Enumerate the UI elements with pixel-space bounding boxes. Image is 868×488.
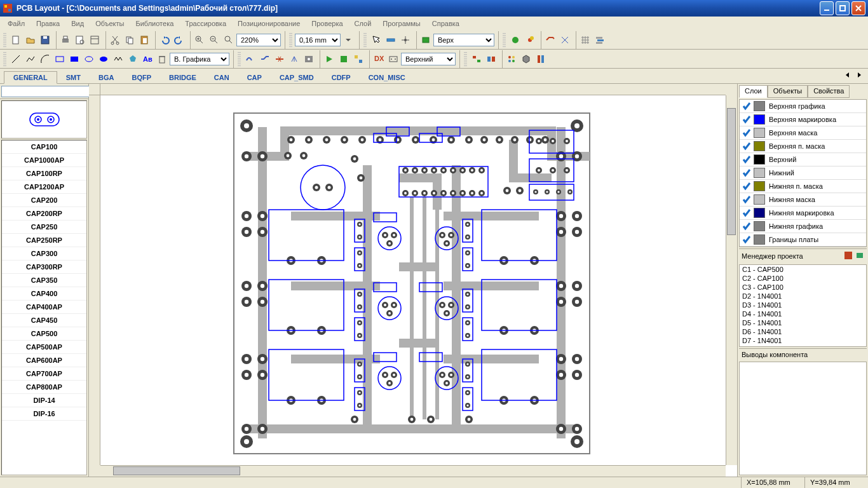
component-icon[interactable] [419,33,433,47]
tab-bqfp[interactable]: BQFP [123,72,160,83]
check-icon[interactable] [740,182,754,191]
zoom-combo[interactable]: 220% [236,34,281,46]
rect-tool-icon[interactable] [53,52,67,66]
project-item[interactable]: D4 - 1N4001 [740,309,866,318]
paste-icon[interactable] [137,33,151,47]
cut-icon[interactable] [108,33,122,47]
fanaout-icon[interactable] [287,52,301,66]
tab-scroll-right-icon[interactable] [854,70,864,80]
layer-row[interactable]: Верхняя п. маска [740,140,866,153]
lib-item[interactable]: CAP450 [2,314,86,327]
pointer-icon[interactable] [369,33,383,47]
project-item[interactable]: C3 - CAP100 [740,283,866,292]
undo-icon[interactable] [158,33,172,47]
lib-item[interactable]: CAP400 [2,287,86,301]
schematic-link-icon[interactable] [484,52,498,66]
check-icon[interactable] [740,155,754,164]
project-item[interactable]: C1 - CAP500 [740,265,866,274]
check-icon[interactable] [740,115,754,124]
copy-icon[interactable] [123,33,137,47]
autoroute-icon[interactable] [337,52,351,66]
layer-row[interactable]: Верхняя маска [740,126,866,140]
lib-item[interactable]: CAP600AP [2,354,86,367]
project-icon-1[interactable] [844,251,853,261]
print-icon[interactable] [58,33,72,47]
line-tool-icon[interactable] [9,52,23,66]
lib-item[interactable]: CAP250 [2,220,86,234]
width-dropdown-icon[interactable] [341,33,355,47]
save-file-icon[interactable] [38,33,52,47]
polyline-tool-icon[interactable] [24,52,37,66]
redo-icon[interactable] [172,33,186,47]
lib-item[interactable]: CAP200 [2,194,86,207]
library-search-input[interactable] [1,86,90,97]
menu-Трассировка[interactable]: Трассировка [180,18,231,29]
tool2-icon[interactable] [386,52,400,66]
scrollbar-horizontal[interactable] [100,465,726,477]
menu-Объекты[interactable]: Объекты [90,18,129,29]
zoom-in-icon[interactable] [193,33,207,47]
check-icon[interactable] [740,208,754,217]
menu-Программы[interactable]: Программы [377,18,425,29]
close-button[interactable] [851,1,865,15]
tab-scroll-left-icon[interactable] [843,70,853,80]
menu-Справка[interactable]: Справка [427,18,465,29]
right-tab-1[interactable]: Объекты [768,85,808,98]
route-icon[interactable] [543,33,557,47]
check-icon[interactable] [740,168,754,177]
check-icon[interactable] [740,142,754,151]
tab-cdfp[interactable]: CDFP [323,72,360,83]
tab-general[interactable]: GENERAL [4,71,57,84]
grid-icon[interactable] [578,33,592,47]
tab-bga[interactable]: BGA [90,72,123,83]
run-icon[interactable] [322,52,336,66]
layer-row[interactable]: Нижняя п. маска [740,180,866,193]
project-item[interactable]: D2 - 1N4001 [740,292,866,301]
ruler-icon[interactable] [384,33,398,47]
lib-item[interactable]: CAP500 [2,327,86,341]
layer-row[interactable]: Нижняя маска [740,193,866,207]
menu-Позиционирование[interactable]: Позиционирование [233,18,305,29]
lib-item[interactable]: CAP1000AP [2,154,86,167]
ellipse-tool-icon[interactable] [82,52,96,66]
tab-bridge[interactable]: BRIDGE [160,72,205,83]
lib-item[interactable]: CAP200RP [2,207,86,220]
lib-item[interactable]: CAP350 [2,274,86,287]
menu-Правка[interactable]: Правка [31,18,65,29]
zoom-out-icon[interactable] [207,33,221,47]
layers-list[interactable]: Верхняя графикаВерхняя маркировкаВерхняя… [739,99,867,247]
width-combo[interactable]: 0,16 mm [295,34,341,46]
menu-Библиотека[interactable]: Библиотека [131,18,179,29]
layer-row[interactable]: Верхняя маркировка [740,113,866,126]
polygon-tool-icon[interactable] [126,52,140,66]
tab-cap_smd[interactable]: CAP_SMD [271,72,323,83]
tab-con_misc[interactable]: CON_MISC [360,72,414,83]
layer-row[interactable]: Верхняя графика [740,100,866,113]
menu-Проверка[interactable]: Проверка [306,18,348,29]
pcb-canvas[interactable] [100,95,737,477]
filled-rect-tool-icon[interactable] [67,52,81,66]
origin-icon[interactable] [398,33,412,47]
maximize-button[interactable] [836,1,850,15]
route-edit-icon[interactable] [258,52,272,66]
project-item[interactable]: C2 - CAP100 [740,274,866,283]
check-icon[interactable] [740,128,754,137]
layer-row[interactable]: Нижняя графика [740,220,866,233]
autoplace-icon[interactable] [351,52,365,66]
tab-smt[interactable]: SMT [57,72,90,83]
scrollbar-vertical[interactable] [726,95,737,465]
layer-row[interactable]: Границы платы [740,233,866,247]
lib-item[interactable]: CAP100RP [2,167,86,180]
project-item[interactable]: Q1 - PBF259 [740,345,866,347]
text-tool-icon[interactable]: Авс [140,52,154,66]
right-tab-0[interactable]: Слои [739,85,768,98]
drc-error-icon[interactable] [523,33,537,47]
tab-cap[interactable]: CAP [238,72,271,83]
check-icon[interactable] [740,235,754,244]
lib-item[interactable]: CAP100 [2,140,86,154]
delete-tool-icon[interactable] [155,52,169,66]
lib-item[interactable]: CAP700AP [2,367,86,381]
lib-item[interactable]: CAP300RP [2,261,86,274]
net-icon[interactable] [558,33,572,47]
renumber-icon[interactable] [470,52,484,66]
